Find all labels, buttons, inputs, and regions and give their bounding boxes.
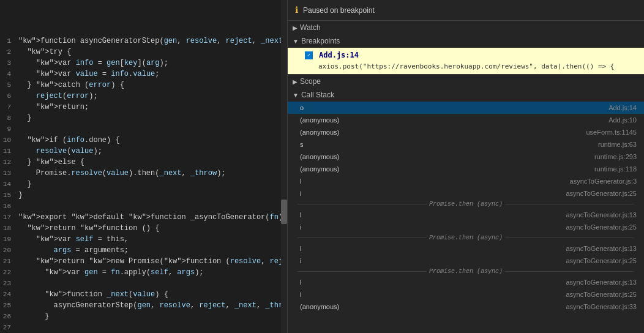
stack-item-location: runtime.js:293	[594, 153, 637, 160]
scope-arrow-icon	[293, 78, 298, 85]
stack-item[interactable]: iasyncToGenerator.js:25	[288, 288, 644, 301]
stack-item[interactable]: (anonymous)asyncToGenerator.js:33	[288, 301, 644, 313]
stack-item[interactable]: iasyncToGenerator.js:25	[288, 187, 644, 200]
line-number: 8	[0, 113, 18, 124]
paused-header: ℹ Paused on breakpoint	[288, 0, 644, 21]
stack-item-location: Add.js:10	[608, 116, 637, 124]
line-number: 10	[0, 135, 18, 146]
stack-item-location: asyncToGenerator.js:25	[566, 257, 637, 264]
stack-item[interactable]: (anonymous)Add.js:10	[288, 114, 644, 126]
code-line: 14 }	[0, 179, 287, 190]
watch-section-header[interactable]: Watch	[288, 21, 644, 34]
pause-icon: ℹ	[295, 5, 298, 15]
code-line: 5 } "kw">catch (error) {	[0, 80, 287, 91]
scrollbar[interactable]	[281, 0, 287, 333]
line-content: } "kw">else {	[18, 157, 84, 168]
stack-item[interactable]: lasyncToGenerator.js:3	[288, 175, 644, 187]
scroll-thumb[interactable]	[281, 200, 287, 224]
call-stack-label: Call Stack	[301, 91, 334, 99]
line-content: } "kw">catch (error) {	[18, 80, 124, 91]
stack-item[interactable]: oAdd.js:14	[288, 102, 644, 114]
line-content: }	[18, 179, 32, 190]
code-line: 25 asyncGeneratorStep(gen, resolve, reje…	[0, 300, 287, 311]
breakpoints-label: Breakpoints	[301, 37, 340, 45]
stack-item-name: (anonymous)	[300, 303, 566, 310]
scope-label: Scope	[300, 77, 321, 86]
async-separator: Promise.then (async)	[288, 233, 644, 242]
call-stack-section-header[interactable]: Call Stack	[288, 88, 644, 102]
code-line: 24 "kw">function _next(value) {	[0, 289, 287, 300]
line-number: 20	[0, 245, 18, 256]
async-separator: Promise.then (async)	[288, 267, 644, 276]
stack-item-location: asyncToGenerator.js:13	[566, 211, 637, 219]
stack-item[interactable]: (anonymous)useForm.ts:1145	[288, 126, 644, 138]
code-line: 19 "kw">var self = this,	[0, 234, 287, 245]
stack-item-location: asyncToGenerator.js:25	[566, 190, 637, 197]
stack-item[interactable]: (anonymous)runtime.js:118	[288, 163, 644, 175]
stack-item-name: l	[300, 279, 566, 286]
scope-section-header[interactable]: Scope	[288, 74, 644, 88]
breakpoint-checkbox[interactable]	[305, 51, 313, 59]
code-line: 10 "kw">if (info.done) {	[0, 135, 287, 146]
line-content: "kw">function _next(value) {	[18, 289, 168, 300]
stack-item[interactable]: iasyncToGenerator.js:25	[288, 221, 644, 233]
stack-item-location: runtime.js:63	[598, 141, 637, 148]
stack-item-location: asyncToGenerator.js:13	[566, 245, 637, 252]
watch-label: Watch	[300, 23, 321, 32]
line-number: 18	[0, 223, 18, 234]
line-content: "kw">var info = gen[key](arg);	[18, 58, 168, 69]
line-content: Promise.resolve(value).then(_next, _thro…	[18, 168, 226, 179]
stack-item[interactable]: iasyncToGenerator.js:25	[288, 255, 644, 267]
breakpoint-item[interactable]: Add.js:14 axios.post("https://ravenbooks…	[288, 48, 644, 74]
line-number: 3	[0, 58, 18, 69]
line-content: "kw">return;	[18, 102, 89, 113]
line-number: 9	[0, 124, 18, 135]
code-line: 23	[0, 278, 287, 289]
breakpoint-code: axios.post("https://ravenbooks.herokuapp…	[318, 61, 639, 72]
line-number: 26	[0, 311, 18, 322]
stack-item[interactable]: lasyncToGenerator.js:13	[288, 276, 644, 288]
line-number: 12	[0, 157, 18, 168]
line-number: 5	[0, 80, 18, 91]
stack-item-name: i	[300, 291, 566, 298]
line-content: resolve(value);	[18, 146, 102, 157]
line-content: "kw">export "kw">default "kw">function _…	[18, 212, 287, 223]
code-line: 6 reject(error);	[0, 91, 287, 102]
async-separator: Promise.then (async)	[288, 200, 644, 209]
line-number: 24	[0, 289, 18, 300]
line-number: 4	[0, 69, 18, 80]
stack-item-name: i	[300, 190, 566, 197]
stack-item[interactable]: lasyncToGenerator.js:13	[288, 242, 644, 255]
stack-item-location: useForm.ts:1145	[586, 129, 637, 136]
breakpoints-arrow-icon	[293, 38, 299, 45]
line-content: asyncGeneratorStep(gen, resolve, reject,…	[18, 300, 287, 311]
line-number: 1	[0, 36, 18, 47]
line-number: 2	[0, 47, 18, 58]
stack-item-name: l	[300, 178, 570, 185]
stack-item-location: runtime.js:118	[594, 165, 637, 173]
code-line: 3 "kw">var info = gen[key](arg);	[0, 58, 287, 69]
line-number: 11	[0, 146, 18, 157]
breakpoint-title: Add.js:14	[319, 50, 359, 61]
code-line: 15}	[0, 190, 287, 201]
line-number: 21	[0, 256, 18, 267]
line-content: "kw">var value = info.value;	[18, 69, 160, 80]
line-number: 13	[0, 168, 18, 179]
breakpoints-section-header[interactable]: Breakpoints	[288, 34, 644, 48]
paused-text: Paused on breakpoint	[303, 6, 375, 15]
line-content: }	[18, 190, 23, 201]
stack-item-name: i	[300, 223, 566, 231]
stack-item-name: (anonymous)	[300, 165, 594, 173]
stack-item-name: i	[300, 257, 566, 264]
stack-item[interactable]: (anonymous)runtime.js:293	[288, 151, 644, 163]
code-line: 7 "kw">return;	[0, 102, 287, 113]
line-number: 16	[0, 201, 18, 212]
call-stack-arrow-icon	[293, 92, 299, 99]
code-line: 27	[0, 322, 287, 333]
stack-item[interactable]: sruntime.js:63	[288, 138, 644, 151]
stack-item[interactable]: lasyncToGenerator.js:13	[288, 209, 644, 221]
stack-item-name: l	[300, 245, 566, 252]
stack-item-location: Add.js:14	[608, 104, 637, 111]
code-line: 22 "kw">var gen = fn.apply(self, args);	[0, 267, 287, 278]
call-stack-list: oAdd.js:14(anonymous)Add.js:10(anonymous…	[288, 102, 644, 333]
